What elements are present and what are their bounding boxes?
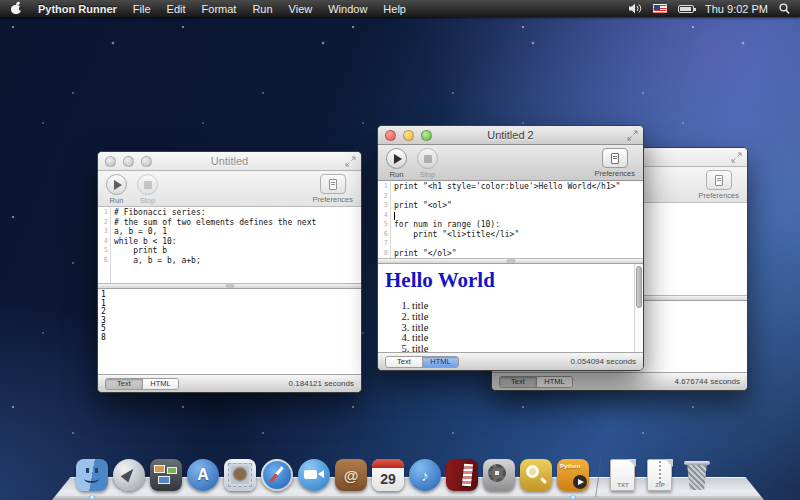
text-mode-button[interactable]: Text bbox=[106, 379, 142, 389]
splitter-handle[interactable] bbox=[506, 260, 515, 263]
code-text bbox=[390, 192, 394, 202]
minimize-button[interactable] bbox=[123, 156, 134, 167]
run-button[interactable] bbox=[386, 148, 407, 169]
output-line: 1 bbox=[101, 300, 361, 309]
title-bar[interactable]: Untitled 2 bbox=[378, 126, 643, 145]
output-mode-switch: Text HTML bbox=[105, 378, 179, 390]
search-utility-icon[interactable] bbox=[518, 457, 554, 493]
line-number: 2 bbox=[378, 192, 390, 202]
code-line: 7 bbox=[378, 239, 643, 249]
output-pane[interactable]: 1 1 2 3 5 8 bbox=[98, 289, 361, 374]
run-button[interactable] bbox=[106, 174, 127, 195]
apple-menu-icon[interactable] bbox=[10, 2, 22, 15]
menu-edit[interactable]: Edit bbox=[167, 3, 186, 15]
line-number: 5 bbox=[378, 220, 390, 230]
mail-icon[interactable] bbox=[222, 457, 258, 493]
text-mode-button[interactable]: Text bbox=[500, 377, 536, 387]
finder-icon[interactable] bbox=[74, 457, 110, 493]
stop-label: Stop bbox=[420, 170, 435, 179]
trash-icon[interactable] bbox=[679, 457, 715, 493]
menu-help[interactable]: Help bbox=[383, 3, 406, 15]
title-bar[interactable]: Untitled bbox=[98, 152, 361, 171]
window-untitled-2[interactable]: Untitled 2 Run Stop Preferences 1print "… bbox=[377, 125, 644, 371]
rendered-heading: Hello World bbox=[385, 268, 635, 292]
fullscreen-icon[interactable] bbox=[345, 156, 356, 167]
volume-icon[interactable] bbox=[629, 3, 642, 14]
splitter-handle[interactable] bbox=[225, 285, 234, 288]
python-runner-icon[interactable]: Python bbox=[555, 457, 591, 493]
html-mode-button[interactable]: HTML bbox=[536, 377, 572, 387]
close-button[interactable] bbox=[105, 156, 116, 167]
code-editor[interactable]: 1print "<h1 style='color:blue'>Hello Wor… bbox=[378, 181, 643, 258]
output-line: 1 bbox=[101, 291, 361, 300]
close-button[interactable] bbox=[385, 130, 396, 141]
output-line: 8 bbox=[101, 334, 361, 343]
code-line: 5for num in range (10): bbox=[378, 220, 643, 230]
line-number: 4 bbox=[378, 211, 390, 221]
calendar-icon[interactable]: 29 bbox=[370, 457, 406, 493]
photo-booth-icon[interactable] bbox=[444, 457, 480, 493]
code-line: 6 a, b = b, a+b; bbox=[98, 256, 361, 266]
code-text: print "<li>title</li>" bbox=[390, 230, 519, 240]
code-text: while b < 10: bbox=[110, 237, 177, 247]
app-store-icon[interactable]: A bbox=[185, 457, 221, 493]
list-item: title bbox=[412, 333, 635, 344]
html-mode-button[interactable]: HTML bbox=[142, 379, 178, 389]
battery-icon[interactable] bbox=[678, 5, 694, 13]
preferences-label: Preferences bbox=[313, 195, 353, 204]
preferences-button[interactable] bbox=[602, 148, 628, 168]
window-untitled[interactable]: Untitled Run Stop Preferences 1# Fibonac… bbox=[97, 151, 362, 393]
zip-document-icon[interactable]: ZIP bbox=[642, 457, 678, 493]
code-editor[interactable]: 1# Fibonacci series: 2# the sum of two e… bbox=[98, 207, 361, 283]
code-text: # the sum of two elements defines the ne… bbox=[110, 218, 316, 228]
scrollbar-thumb[interactable] bbox=[636, 266, 642, 308]
zoom-button[interactable] bbox=[141, 156, 152, 167]
running-indicator bbox=[570, 495, 577, 499]
html-mode-button[interactable]: HTML bbox=[422, 357, 458, 367]
run-label: Run bbox=[110, 196, 124, 205]
preferences-button[interactable] bbox=[320, 174, 346, 194]
scrollbar-track[interactable] bbox=[634, 264, 643, 352]
stop-button[interactable] bbox=[417, 148, 438, 169]
menu-format[interactable]: Format bbox=[202, 3, 237, 15]
menu-bar: Python Runner File Edit Format Run View … bbox=[0, 0, 800, 17]
text-mode-button[interactable]: Text bbox=[386, 357, 422, 367]
menu-run[interactable]: Run bbox=[252, 3, 272, 15]
code-line: 3a, b = 0, 1 bbox=[98, 227, 361, 237]
stop-button[interactable] bbox=[137, 174, 158, 195]
code-text: for num in range (10): bbox=[390, 220, 500, 230]
line-number: 8 bbox=[378, 249, 390, 259]
menu-window[interactable]: Window bbox=[328, 3, 367, 15]
facetime-icon[interactable] bbox=[296, 457, 332, 493]
output-mode-switch: Text HTML bbox=[385, 356, 459, 368]
preferences-button[interactable] bbox=[706, 170, 732, 190]
mission-control-icon[interactable] bbox=[148, 457, 184, 493]
code-text: print "<ol>" bbox=[390, 201, 452, 211]
fullscreen-icon[interactable] bbox=[627, 130, 638, 141]
input-language-flag-icon[interactable] bbox=[653, 4, 667, 13]
safari-icon[interactable] bbox=[259, 457, 295, 493]
menu-view[interactable]: View bbox=[289, 3, 313, 15]
fullscreen-icon[interactable] bbox=[731, 152, 742, 163]
itunes-icon[interactable]: ♪ bbox=[407, 457, 443, 493]
system-preferences-icon[interactable] bbox=[481, 457, 517, 493]
rendered-ordered-list: title title title title title title bbox=[385, 301, 635, 352]
launchpad-icon[interactable] bbox=[111, 457, 147, 493]
txt-document-icon[interactable]: TXT bbox=[605, 457, 641, 493]
execution-time: 0.054094 seconds bbox=[571, 357, 636, 366]
app-menu-title[interactable]: Python Runner bbox=[38, 3, 117, 15]
zoom-button[interactable] bbox=[421, 130, 432, 141]
code-line: 4while b < 10: bbox=[98, 237, 361, 247]
list-item: title bbox=[412, 323, 635, 334]
code-text: print "<h1 style='color:blue'>Hello Worl… bbox=[390, 182, 620, 192]
code-line: 8print "</ol>" bbox=[378, 249, 643, 259]
address-book-icon[interactable]: @ bbox=[333, 457, 369, 493]
html-output-pane[interactable]: Hello World title title title title titl… bbox=[378, 264, 643, 352]
menu-file[interactable]: File bbox=[133, 3, 151, 15]
menu-bar-clock[interactable]: Thu 9:02 PM bbox=[705, 3, 768, 15]
output-line: 5 bbox=[101, 325, 361, 334]
minimize-button[interactable] bbox=[403, 130, 414, 141]
code-line: 3print "<ol>" bbox=[378, 201, 643, 211]
code-line: 2 bbox=[378, 192, 643, 202]
spotlight-icon[interactable] bbox=[779, 3, 790, 15]
